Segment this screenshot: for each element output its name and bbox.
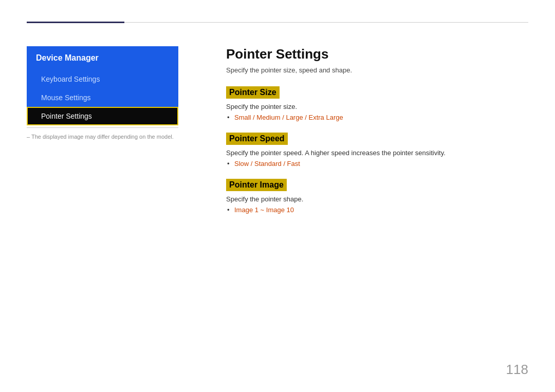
sidebar-divider	[27, 127, 178, 128]
section-desc-pointer-speed: Specify the pointer speed. A higher spee…	[226, 149, 528, 157]
page-subtitle: Specify the pointer size, speed and shap…	[226, 66, 528, 74]
list-item-pointer-speed: Slow / Standard / Fast	[234, 160, 528, 167]
section-list-pointer-size: Small / Medium / Large / Extra Large	[226, 114, 528, 121]
section-list-pointer-image: Image 1 ~ Image 10	[226, 206, 528, 214]
sidebar-header[interactable]: Device Manager	[27, 46, 178, 70]
section-heading-pointer-image: Pointer Image	[226, 179, 287, 191]
pointer-size-options[interactable]: Small / Medium / Large / Extra Large	[234, 114, 343, 121]
section-list-pointer-speed: Slow / Standard / Fast	[226, 160, 528, 167]
section-heading-pointer-speed: Pointer Speed	[226, 133, 288, 145]
pointer-image-options[interactable]: Image 1 ~ Image 10	[234, 206, 294, 214]
list-item-pointer-size: Small / Medium / Large / Extra Large	[234, 114, 528, 121]
main-content: Pointer Settings Specify the pointer siz…	[226, 46, 528, 225]
top-line-light	[124, 22, 528, 23]
section-heading-pointer-size: Pointer Size	[226, 86, 280, 99]
section-desc-pointer-image: Specify the pointer shape.	[226, 195, 528, 203]
pointer-speed-options[interactable]: Slow / Standard / Fast	[234, 160, 300, 167]
sidebar: Device Manager Keyboard Settings Mouse S…	[27, 46, 178, 125]
sidebar-item-mouse[interactable]: Mouse Settings	[27, 88, 178, 107]
top-lines	[27, 22, 528, 23]
section-pointer-image: Pointer Image Specify the pointer shape.…	[226, 179, 528, 214]
page-title: Pointer Settings	[226, 46, 528, 62]
section-pointer-size: Pointer Size Specify the pointer size. S…	[226, 86, 528, 121]
sidebar-note: – The displayed image may differ dependi…	[27, 134, 174, 140]
list-item-pointer-image: Image 1 ~ Image 10	[234, 206, 528, 214]
top-line-dark	[27, 22, 124, 23]
section-desc-pointer-size: Specify the pointer size.	[226, 103, 528, 110]
sidebar-item-pointer[interactable]: Pointer Settings	[27, 107, 178, 125]
section-pointer-speed: Pointer Speed Specify the pointer speed.…	[226, 133, 528, 167]
page-number: 118	[506, 362, 528, 378]
sidebar-item-keyboard[interactable]: Keyboard Settings	[27, 70, 178, 88]
